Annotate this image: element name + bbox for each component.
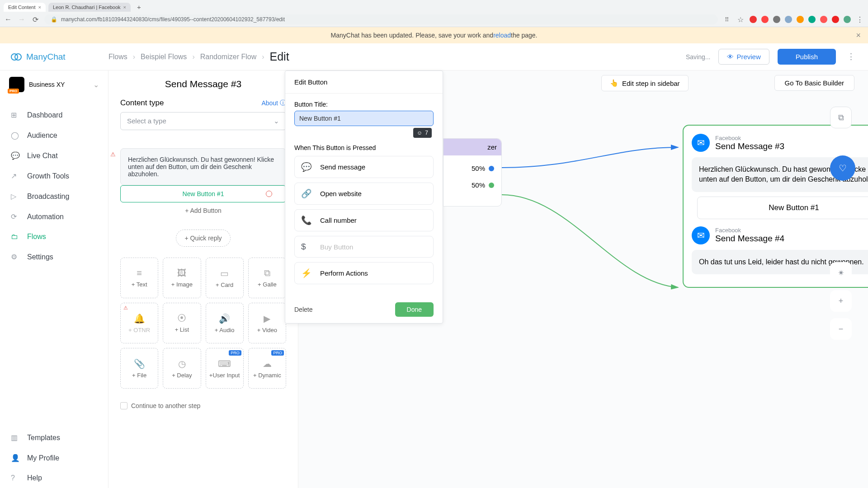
address-bar[interactable]: 🔒 manychat.com/fb181039443240830/cms/fil… [44,14,718,24]
extension-icon[interactable] [773,16,780,23]
sidebar-item-settings[interactable]: ⚙Settings [0,247,108,267]
edit-button-popover: Edit Button Button Title: ☺ 7 When This … [285,70,443,324]
content-type-select[interactable]: Select a type ⌄ [120,112,286,130]
extension-icon[interactable] [820,16,827,23]
target-empty-icon[interactable] [266,191,272,197]
extension-icon[interactable] [785,16,792,23]
connector-dot-icon[interactable] [489,183,494,188]
back-icon[interactable]: ← [4,15,13,23]
zoom-in-icon[interactable]: + [830,290,852,312]
content-block-delay[interactable]: ◷+ Delay [163,348,201,389]
sidebar-icon: ⊞ [11,111,20,119]
action-icon: 🔗 [301,188,314,199]
menu-icon[interactable]: ⋮ [855,15,864,24]
done-button[interactable]: Done [395,302,434,317]
assistant-icon[interactable]: ♡ [830,155,855,181]
bookmark-icon[interactable]: ☆ [736,15,745,24]
content-block-galle[interactable]: ⧉+ Galle [248,258,286,298]
extension-icon[interactable] [797,16,804,23]
content-block-file[interactable]: 📎+ File [120,348,158,389]
add-button[interactable]: + Add Button [120,202,286,219]
sidebar-item-broadcasting[interactable]: ▷Broadcasting [0,186,108,206]
translate-icon[interactable]: ⠿ [722,16,731,23]
message-textarea[interactable]: Herzlichen Glückwunsch. Du hast gewonnen… [120,148,286,185]
block-icon: ≡ [137,268,142,278]
breadcrumb-item[interactable]: Flows [108,53,127,61]
add-panel-icon[interactable]: ⧉ [830,107,852,128]
content-block-image[interactable]: 🖼+ Image [163,258,201,298]
add-quick-reply[interactable]: + Quick reply [176,230,230,247]
message-button[interactable]: New Button #1 [120,185,286,202]
browser-tab[interactable]: Leon R. Chaudhari | Facebook × [48,3,131,12]
business-selector[interactable]: PRO Business XY ⌄ [0,70,108,99]
continue-step[interactable]: Continue to another step [120,402,286,409]
new-tab-button[interactable]: + [133,2,145,12]
content-block-text[interactable]: ≡+ Text [120,258,158,298]
content-block-card[interactable]: ▭+ Card [206,258,244,298]
breadcrumb-current: Edit [270,50,289,63]
content-block-userinput[interactable]: PRO⌨+User Input [206,348,244,389]
sidebar-item-live-chat[interactable]: 💬Live Chat [0,145,108,166]
preview-button[interactable]: 👁 Preview [718,49,769,65]
edit-step-pill[interactable]: 👆 Edit step in sidebar [601,75,689,91]
breadcrumb-item[interactable]: Randomizer Flow [200,53,256,61]
reload-link[interactable]: reload [493,32,511,39]
avatar-icon[interactable] [844,16,851,23]
close-banner-icon[interactable]: × [856,31,861,40]
breadcrumb-item[interactable]: Beispiel Flows [141,53,187,61]
button-title-input[interactable] [294,111,434,126]
extension-icon[interactable] [750,16,757,23]
chevron-down-icon: ⌄ [93,80,99,89]
brand-logo[interactable]: ManyChat [10,51,108,63]
delete-button[interactable]: Delete [294,302,312,317]
sidebar-item-my-profile[interactable]: 👤My Profile [0,448,108,468]
action-perform-actions[interactable]: ⚡Perform Actions [294,262,434,284]
overflow-icon[interactable]: ⋮ [844,52,858,62]
publish-button[interactable]: Publish [778,49,836,65]
extension-icon[interactable] [832,16,839,23]
about-link[interactable]: About ⓘ [261,99,286,108]
extension-icon[interactable] [761,16,769,23]
content-type-label: Content type [120,99,164,108]
zoom-out-icon[interactable]: − [830,318,852,340]
action-buy-button: $Buy Button [294,236,434,258]
extension-icon[interactable] [808,16,816,23]
sidebar-item-templates[interactable]: ▥Templates [0,427,108,448]
block-label: + Text [132,281,147,288]
close-icon[interactable]: × [123,5,126,10]
content-block-video[interactable]: ▶+ Video [248,303,286,343]
content-block-list[interactable]: ⦿+ List [163,303,201,343]
emoji-counter[interactable]: ☺ 7 [413,128,432,138]
sidebar-item-audience[interactable]: ◯Audience [0,125,108,145]
sidebar-item-flows[interactable]: 🗀Flows [0,227,108,247]
block-icon: ▶ [264,313,270,324]
connector-dot-icon[interactable] [489,166,494,171]
go-basic-builder[interactable]: Go To Basic Builder [774,75,854,91]
banner-text-prefix: ManyChat has been updated. Please, save … [331,32,494,39]
sidebar-item-automation[interactable]: ⟳Automation [0,206,108,227]
content-block-audio[interactable]: 🔊+ Audio [206,303,244,343]
canvas[interactable]: Send Message #3 Content type About ⓘ Sel… [108,70,868,488]
sidebar-item-dashboard[interactable]: ⊞Dashboard [0,105,108,125]
forward-icon[interactable]: → [17,15,26,23]
sidebar-item-label: Templates [27,434,60,442]
reload-icon[interactable]: ⟳ [31,15,40,24]
action-open-website[interactable]: 🔗Open website [294,183,434,205]
flow-canvas[interactable]: 👆 Edit step in sidebar Go To Basic Build… [443,70,868,488]
action-call-number[interactable]: 📞Call number [294,209,434,231]
block-label: + OTNR [128,327,150,333]
randomizer-node[interactable]: zer 50% 50% [443,138,502,206]
sidebar-item-help[interactable]: ?Help [0,468,108,488]
content-block-dynamic[interactable]: PRO☁+ Dynamic [248,348,286,389]
action-send-message[interactable]: 💬Send message [294,156,434,178]
tab-label: Leon R. Chaudhari | Facebook [53,5,121,10]
eye-icon: 👁 [727,53,734,61]
checkbox-icon[interactable] [120,402,127,409]
content-block-otnr[interactable]: ⚠🔔+ OTNR [120,303,158,343]
close-icon[interactable]: × [38,5,41,10]
browser-tab-active[interactable]: Edit Content × [4,3,46,12]
sidebar-item-growth-tools[interactable]: ↗Growth Tools [0,166,108,186]
warning-icon: ⚠ [110,151,116,158]
magic-icon[interactable]: ✴ [830,262,852,284]
sidebar-item-label: Dashboard [27,111,62,119]
